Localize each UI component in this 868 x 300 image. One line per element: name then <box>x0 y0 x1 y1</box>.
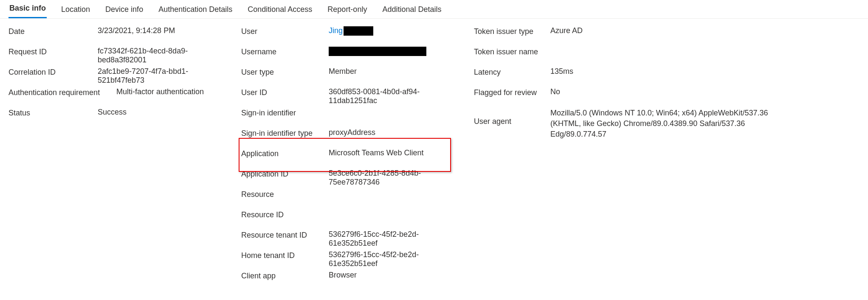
flagged-for-review-label: Flagged for review <box>474 87 550 97</box>
client-app-label: Client app <box>241 271 329 280</box>
token-issuer-name-label: Token issuer name <box>474 47 550 56</box>
user-id-value: 360df853-0081-4b0d-af94-11dab1251fac <box>329 87 454 105</box>
user-id-label: User ID <box>241 87 329 97</box>
application-id-value: 5e3ce6c0-2b1f-4285-8d4b-75ee78787346 <box>329 169 454 187</box>
signin-identifier-label: Sign-in identifier <box>241 108 329 118</box>
user-agent-label: User agent <box>474 108 550 126</box>
tab-conditional-access[interactable]: Conditional Access <box>247 5 313 18</box>
tab-device-info[interactable]: Device info <box>104 5 144 18</box>
signin-identifier-type-label: Sign-in identifier type <box>241 128 329 138</box>
application-id-label: Application ID <box>241 169 329 179</box>
user-link[interactable]: Jing <box>329 26 343 35</box>
flagged-for-review-value: No <box>550 87 771 96</box>
correlation-id-label: Correlation ID <box>8 67 98 77</box>
username-label: Username <box>241 47 329 56</box>
resource-tenant-id-value: 536279f6-15cc-45f2-be2d-61e352b51eef <box>329 230 454 248</box>
request-id-value: fc73342f-621b-4ecd-8da9-bed8a3f82001 <box>98 47 221 64</box>
date-value: 3/23/2021, 9:14:28 PM <box>98 26 221 35</box>
latency-label: Latency <box>474 67 550 77</box>
user-redacted <box>344 26 373 36</box>
user-type-value: Member <box>329 67 454 76</box>
user-agent-value: Mozilla/5.0 (Windows NT 10.0; Win64; x64… <box>550 108 771 140</box>
date-label: Date <box>8 26 98 36</box>
basic-info-panel: Date 3/23/2021, 9:14:28 PM Request ID fc… <box>0 19 868 299</box>
tab-authentication-details[interactable]: Authentication Details <box>158 5 233 18</box>
correlation-id-value: 2afc1be9-7207-4f7a-bbd1-521bf47feb73 <box>98 67 221 85</box>
column-token: Token issuer type Azure AD Token issuer … <box>474 26 771 140</box>
username-redacted <box>329 47 426 56</box>
user-value: Jing <box>329 26 454 36</box>
user-label: User <box>241 26 329 36</box>
username-value <box>329 47 454 56</box>
status-label: Status <box>8 108 98 118</box>
tab-additional-details[interactable]: Additional Details <box>381 5 442 18</box>
status-value: Success <box>98 108 221 117</box>
resource-label: Resource <box>241 189 329 199</box>
home-tenant-id-label: Home tenant ID <box>241 250 329 260</box>
user-type-label: User type <box>241 67 329 77</box>
request-id-label: Request ID <box>8 47 98 56</box>
token-issuer-type-value: Azure AD <box>550 26 771 35</box>
home-tenant-id-value: 536279f6-15cc-45f2-be2d-61e352b51eef <box>329 250 454 268</box>
column-general: Date 3/23/2021, 9:14:28 PM Request ID fc… <box>8 26 221 128</box>
application-label: Application <box>241 149 329 158</box>
signin-identifier-type-value: proxyAddress <box>329 128 454 137</box>
client-app-value: Browser <box>329 271 454 280</box>
detail-tabs: Basic info Location Device info Authenti… <box>0 0 868 19</box>
tab-report-only[interactable]: Report-only <box>327 5 368 18</box>
token-issuer-type-label: Token issuer type <box>474 26 550 36</box>
latency-value: 135ms <box>550 67 771 76</box>
resource-tenant-id-label: Resource tenant ID <box>241 230 329 240</box>
resource-id-label: Resource ID <box>241 210 329 219</box>
column-user: User Jing Username User type Member User… <box>241 26 454 291</box>
tab-basic-info[interactable]: Basic info <box>8 4 47 18</box>
application-value: Microsoft Teams Web Client <box>329 149 454 157</box>
tab-location[interactable]: Location <box>60 5 91 18</box>
auth-requirement-label: Authentication requirement <box>8 87 116 97</box>
auth-requirement-value: Multi-factor authentication <box>116 87 221 96</box>
